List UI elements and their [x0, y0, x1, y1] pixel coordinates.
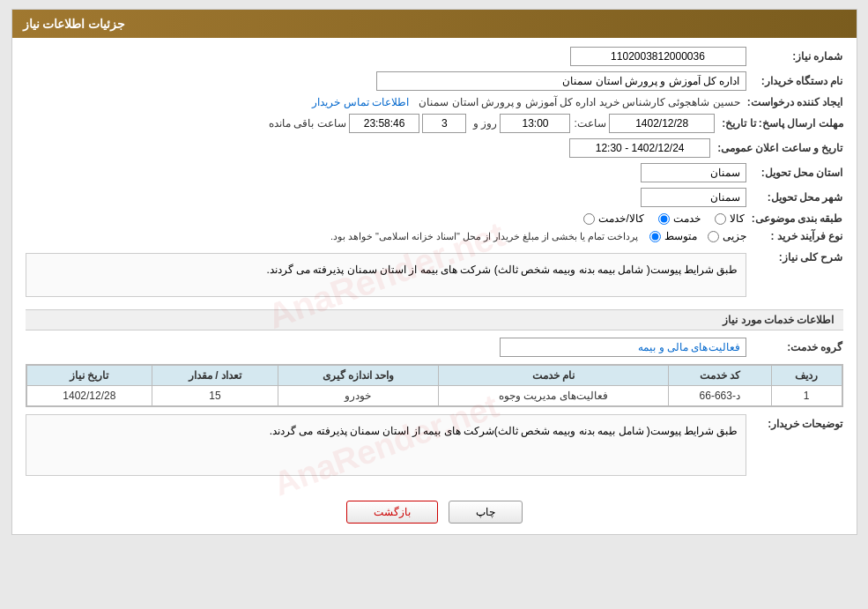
category-goods-service-label: کالا/خدمت [598, 212, 643, 225]
category-service-radio[interactable] [658, 213, 670, 225]
content-area: شماره نیاز: نام دستگاه خریدار: ایجاد کنن… [12, 38, 857, 490]
category-service-item: خدمت [658, 212, 701, 225]
need-desc-row: شرح کلی نیاز: طبق شرایط پیوست( شامل بیمه… [26, 248, 843, 302]
col-quantity: تعداد / مقدار [152, 366, 278, 386]
cell-date: 1402/12/28 [26, 386, 152, 406]
announcement-input[interactable] [569, 138, 710, 158]
main-container: جزئیات اطلاعات نیاز شماره نیاز: نام دستگ… [11, 9, 857, 535]
creator-contact-link[interactable]: اطلاعات تماس خریدار [312, 96, 409, 108]
buyer-notes-row: توضیحات خریدار: AnaRender.net طبق شرایط … [26, 414, 843, 476]
category-goods-label: کالا [730, 212, 745, 225]
purchase-partial-item: جزیی [708, 230, 746, 242]
table-header-row: ردیف کد خدمت نام خدمت واحد اندازه گیری ت… [26, 366, 842, 386]
city-row: شهر محل تحویل: [26, 188, 843, 207]
need-number-label: شماره نیاز: [746, 50, 843, 63]
col-service-name: نام خدمت [439, 366, 668, 386]
category-row: طبقه بندی موضوعی: کالا خدمت کالا/خدمت [26, 212, 843, 225]
city-label: شهر محل تحویل: [746, 191, 843, 204]
print-button[interactable]: چاپ [449, 501, 523, 524]
buyer-notes-box: AnaRender.net طبق شرایط پیوست( شامل بیمه… [26, 414, 746, 476]
need-desc-label: شرح کلی نیاز: [746, 248, 843, 264]
buyer-notes-label: توضیحات خریدار: [746, 414, 843, 430]
deadline-date-input[interactable] [609, 114, 715, 133]
creator-label: ایجاد کننده درخواست: [740, 96, 843, 108]
buyer-org-row: نام دستگاه خریدار: [26, 71, 843, 91]
creator-row: ایجاد کننده درخواست: حسین شاهجوئی کارشنا… [26, 96, 843, 108]
category-goods-service-radio[interactable] [583, 213, 595, 225]
deadline-label: مهلت ارسال پاسخ: تا تاریخ: [715, 117, 842, 130]
province-label: استان محل تحویل: [746, 167, 843, 179]
service-group-row: گروه خدمت: [26, 338, 843, 357]
province-row: استان محل تحویل: [26, 163, 843, 182]
purchase-medium-radio[interactable] [649, 231, 661, 242]
buyer-notes-text: طبق شرایط پیوست( شامل بیمه بدنه وبیمه شخ… [270, 425, 738, 437]
purchase-partial-label: جزیی [723, 230, 746, 242]
deadline-row: مهلت ارسال پاسخ: تا تاریخ: ساعت: روز و س… [26, 114, 843, 133]
col-row-num: ردیف [771, 366, 842, 386]
purchase-type-group: جزیی متوسط پرداخت تمام یا بخشی از مبلغ خ… [330, 230, 746, 242]
deadline-days-input[interactable] [422, 114, 466, 133]
deadline-days-label: روز و [470, 117, 497, 130]
cell-quantity: 15 [152, 386, 278, 406]
province-input[interactable] [641, 163, 746, 182]
page-title: جزئیات اطلاعات نیاز [23, 17, 126, 31]
cell-code: د-663-66 [668, 386, 771, 406]
back-button[interactable]: بازگشت [346, 501, 438, 524]
services-table-section: ردیف کد خدمت نام خدمت واحد اندازه گیری ت… [26, 364, 843, 407]
category-goods-radio[interactable] [715, 213, 726, 225]
purchase-type-row: نوع فرآیند خرید : جزیی متوسط پرداخت تمام… [26, 230, 843, 242]
buyer-org-input[interactable] [376, 71, 746, 91]
need-number-row: شماره نیاز: [26, 47, 843, 66]
purchase-partial-radio[interactable] [708, 231, 719, 242]
buyer-org-label: نام دستگاه خریدار: [746, 75, 843, 87]
deadline-remaining-label: ساعت باقی مانده [265, 117, 346, 130]
col-unit: واحد اندازه گیری [278, 366, 439, 386]
service-group-input[interactable] [500, 338, 746, 357]
table-row: 1د-663-66فعالیت‌های مدیریت وجوهخودرو1514… [26, 386, 842, 406]
creator-value: حسین شاهجوئی کارشناس خرید اداره کل آموزش… [419, 96, 739, 108]
announcement-label: تاریخ و ساعت اعلان عمومی: [710, 142, 842, 154]
deadline-time-input[interactable] [500, 114, 570, 133]
footer-buttons: چاپ بازگشت [12, 490, 857, 534]
category-service-label: خدمت [673, 212, 701, 225]
city-input[interactable] [641, 188, 746, 207]
deadline-remaining-input[interactable] [349, 114, 419, 133]
announcement-row: تاریخ و ساعت اعلان عمومی: [26, 138, 843, 158]
services-table: ردیف کد خدمت نام خدمت واحد اندازه گیری ت… [26, 365, 842, 406]
cell-name: فعالیت‌های مدیریت وجوه [439, 386, 668, 406]
service-group-label: گروه خدمت: [746, 341, 843, 353]
need-number-input[interactable] [570, 47, 746, 66]
col-date: تاریخ نیاز [26, 366, 152, 386]
category-label: طبقه بندی موضوعی: [745, 212, 843, 225]
purchase-medium-label: متوسط [664, 230, 697, 242]
page-header: جزئیات اطلاعات نیاز [12, 10, 857, 38]
need-desc-box: طبق شرایط پیوست( شامل بیمه بدنه وبیمه شخ… [26, 253, 746, 297]
services-section-title: اطلاعات خدمات مورد نیاز [26, 309, 843, 330]
cell-row: 1 [771, 386, 842, 406]
purchase-medium-item: متوسط [649, 230, 697, 242]
category-goods-service-item: کالا/خدمت [583, 212, 643, 225]
need-desc-text: طبق شرایط پیوست( شامل بیمه بدنه وبیمه شخ… [266, 264, 738, 276]
purchase-note: پرداخت تمام یا بخشی از مبلغ خریدار از مح… [330, 231, 639, 242]
cell-unit: خودرو [278, 386, 439, 406]
col-service-code: کد خدمت [668, 366, 771, 386]
category-radio-group: کالا خدمت کالا/خدمت [583, 212, 744, 225]
purchase-type-label: نوع فرآیند خرید : [746, 230, 843, 242]
deadline-time-label: ساعت: [570, 117, 605, 130]
category-goods-item: کالا [715, 212, 745, 225]
